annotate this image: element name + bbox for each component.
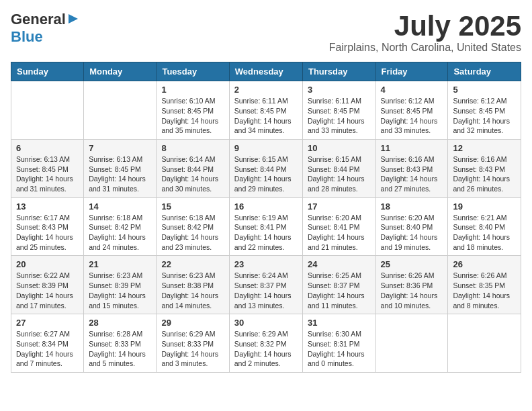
month-title: July 2025 (329, 11, 521, 42)
calendar-cell: 30Sunrise: 6:29 AM Sunset: 8:32 PM Dayli… (229, 314, 302, 373)
calendar-week-row: 6Sunrise: 6:13 AM Sunset: 8:45 PM Daylig… (11, 139, 521, 197)
page-header: General Blue July 2025 Fairplains, North… (11, 11, 521, 54)
day-number: 5 (453, 85, 516, 95)
day-number: 29 (161, 318, 224, 328)
day-number: 21 (89, 259, 151, 269)
logo-arrow-icon (67, 13, 79, 25)
calendar-cell: 19Sunrise: 6:21 AM Sunset: 8:40 PM Dayli… (448, 197, 521, 256)
logo-general: General (11, 11, 66, 28)
day-number: 31 (308, 318, 371, 328)
calendar-week-row: 27Sunrise: 6:27 AM Sunset: 8:34 PM Dayli… (11, 314, 521, 373)
day-number: 13 (16, 201, 79, 212)
day-number: 17 (308, 201, 371, 212)
calendar-cell: 26Sunrise: 6:26 AM Sunset: 8:35 PM Dayli… (448, 256, 521, 314)
location-subtitle: Fairplains, North Carolina, United State… (329, 42, 521, 54)
day-number: 8 (161, 143, 224, 153)
calendar-cell: 23Sunrise: 6:24 AM Sunset: 8:37 PM Dayli… (229, 256, 302, 314)
calendar-cell (448, 314, 521, 373)
calendar-cell: 3Sunrise: 6:11 AM Sunset: 8:45 PM Daylig… (302, 81, 375, 140)
day-number: 20 (16, 259, 79, 269)
day-number: 3 (308, 85, 371, 95)
day-number: 27 (16, 318, 79, 328)
day-number: 23 (234, 259, 298, 269)
day-info: Sunrise: 6:23 AM Sunset: 8:38 PM Dayligh… (161, 271, 224, 310)
calendar-cell (375, 314, 448, 373)
day-number: 18 (381, 201, 443, 212)
day-number: 22 (161, 259, 224, 269)
calendar-cell: 25Sunrise: 6:26 AM Sunset: 8:36 PM Dayli… (375, 256, 448, 314)
calendar-cell: 31Sunrise: 6:30 AM Sunset: 8:31 PM Dayli… (302, 314, 375, 373)
day-number: 24 (308, 259, 371, 269)
day-info: Sunrise: 6:17 AM Sunset: 8:43 PM Dayligh… (16, 213, 79, 253)
calendar-cell: 21Sunrise: 6:23 AM Sunset: 8:39 PM Dayli… (84, 256, 157, 314)
calendar-cell: 10Sunrise: 6:15 AM Sunset: 8:44 PM Dayli… (302, 139, 375, 197)
day-info: Sunrise: 6:15 AM Sunset: 8:44 PM Dayligh… (308, 154, 371, 194)
svg-marker-0 (69, 14, 78, 24)
calendar-cell: 17Sunrise: 6:20 AM Sunset: 8:41 PM Dayli… (302, 197, 375, 256)
title-block: July 2025 Fairplains, North Carolina, Un… (329, 11, 521, 54)
calendar-cell: 29Sunrise: 6:29 AM Sunset: 8:33 PM Dayli… (157, 314, 229, 373)
calendar-cell: 6Sunrise: 6:13 AM Sunset: 8:45 PM Daylig… (11, 139, 84, 197)
day-info: Sunrise: 6:18 AM Sunset: 8:42 PM Dayligh… (161, 213, 224, 253)
day-number: 12 (453, 143, 516, 153)
day-number: 1 (161, 85, 224, 95)
day-info: Sunrise: 6:19 AM Sunset: 8:41 PM Dayligh… (234, 213, 298, 253)
day-info: Sunrise: 6:25 AM Sunset: 8:37 PM Dayligh… (308, 271, 371, 310)
calendar-cell: 1Sunrise: 6:10 AM Sunset: 8:45 PM Daylig… (157, 81, 229, 140)
day-number: 11 (381, 143, 443, 153)
day-info: Sunrise: 6:18 AM Sunset: 8:42 PM Dayligh… (89, 213, 151, 253)
day-info: Sunrise: 6:13 AM Sunset: 8:45 PM Dayligh… (16, 154, 79, 194)
calendar-table: SundayMondayTuesdayWednesdayThursdayFrid… (11, 62, 521, 373)
day-number: 26 (453, 259, 516, 269)
day-info: Sunrise: 6:13 AM Sunset: 8:45 PM Dayligh… (89, 154, 151, 194)
calendar-cell (84, 81, 157, 140)
calendar-header-sunday: Sunday (11, 62, 84, 81)
calendar-cell: 12Sunrise: 6:16 AM Sunset: 8:43 PM Dayli… (448, 139, 521, 197)
calendar-cell: 8Sunrise: 6:14 AM Sunset: 8:44 PM Daylig… (157, 139, 229, 197)
day-info: Sunrise: 6:12 AM Sunset: 8:45 PM Dayligh… (453, 96, 516, 136)
day-info: Sunrise: 6:29 AM Sunset: 8:33 PM Dayligh… (161, 329, 224, 369)
calendar-header-row: SundayMondayTuesdayWednesdayThursdayFrid… (11, 62, 521, 81)
calendar-cell: 22Sunrise: 6:23 AM Sunset: 8:38 PM Dayli… (157, 256, 229, 314)
calendar-cell: 20Sunrise: 6:22 AM Sunset: 8:39 PM Dayli… (11, 256, 84, 314)
calendar-cell: 15Sunrise: 6:18 AM Sunset: 8:42 PM Dayli… (157, 197, 229, 256)
day-number: 19 (453, 201, 516, 212)
calendar-header-thursday: Thursday (302, 62, 375, 81)
day-info: Sunrise: 6:12 AM Sunset: 8:45 PM Dayligh… (381, 96, 443, 136)
calendar-cell: 18Sunrise: 6:20 AM Sunset: 8:40 PM Dayli… (375, 197, 448, 256)
day-number: 2 (234, 85, 298, 95)
calendar-cell (11, 81, 84, 140)
day-info: Sunrise: 6:20 AM Sunset: 8:41 PM Dayligh… (308, 213, 371, 253)
day-info: Sunrise: 6:22 AM Sunset: 8:39 PM Dayligh… (16, 271, 79, 310)
calendar-cell: 28Sunrise: 6:28 AM Sunset: 8:33 PM Dayli… (84, 314, 157, 373)
day-info: Sunrise: 6:10 AM Sunset: 8:45 PM Dayligh… (161, 96, 224, 136)
day-info: Sunrise: 6:28 AM Sunset: 8:33 PM Dayligh… (89, 329, 151, 369)
day-number: 28 (89, 318, 151, 328)
day-info: Sunrise: 6:24 AM Sunset: 8:37 PM Dayligh… (234, 271, 298, 310)
calendar-cell: 27Sunrise: 6:27 AM Sunset: 8:34 PM Dayli… (11, 314, 84, 373)
day-info: Sunrise: 6:14 AM Sunset: 8:44 PM Dayligh… (161, 154, 224, 194)
day-number: 6 (16, 143, 79, 153)
day-info: Sunrise: 6:21 AM Sunset: 8:40 PM Dayligh… (453, 213, 516, 253)
day-info: Sunrise: 6:11 AM Sunset: 8:45 PM Dayligh… (234, 96, 298, 136)
calendar-cell: 24Sunrise: 6:25 AM Sunset: 8:37 PM Dayli… (302, 256, 375, 314)
calendar-cell: 4Sunrise: 6:12 AM Sunset: 8:45 PM Daylig… (375, 81, 448, 140)
calendar-header-wednesday: Wednesday (229, 62, 302, 81)
day-info: Sunrise: 6:11 AM Sunset: 8:45 PM Dayligh… (308, 96, 371, 136)
day-number: 7 (89, 143, 151, 153)
calendar-week-row: 1Sunrise: 6:10 AM Sunset: 8:45 PM Daylig… (11, 81, 521, 140)
day-number: 15 (161, 201, 224, 212)
calendar-cell: 11Sunrise: 6:16 AM Sunset: 8:43 PM Dayli… (375, 139, 448, 197)
day-info: Sunrise: 6:23 AM Sunset: 8:39 PM Dayligh… (89, 271, 151, 310)
calendar-cell: 7Sunrise: 6:13 AM Sunset: 8:45 PM Daylig… (84, 139, 157, 197)
day-info: Sunrise: 6:15 AM Sunset: 8:44 PM Dayligh… (234, 154, 298, 194)
calendar-cell: 16Sunrise: 6:19 AM Sunset: 8:41 PM Dayli… (229, 197, 302, 256)
day-number: 14 (89, 201, 151, 212)
logo: General Blue (11, 11, 79, 46)
calendar-header-tuesday: Tuesday (157, 62, 229, 81)
day-info: Sunrise: 6:16 AM Sunset: 8:43 PM Dayligh… (381, 154, 443, 194)
day-info: Sunrise: 6:29 AM Sunset: 8:32 PM Dayligh… (234, 329, 298, 369)
day-number: 10 (308, 143, 371, 153)
day-info: Sunrise: 6:16 AM Sunset: 8:43 PM Dayligh… (453, 154, 516, 194)
day-info: Sunrise: 6:30 AM Sunset: 8:31 PM Dayligh… (308, 329, 371, 369)
